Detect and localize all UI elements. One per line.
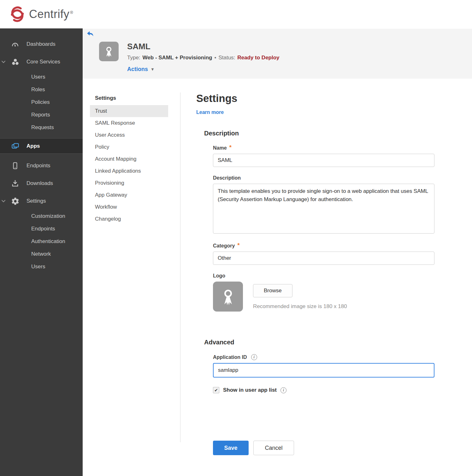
gear-icon [9,197,21,205]
description-section-heading: Description [204,130,435,137]
logo-size-hint: Recommended image size is 180 x 180 [253,303,347,310]
application-id-field[interactable] [213,363,434,378]
name-label: Name * [213,145,434,151]
name-field[interactable] [213,154,434,167]
sidebar-item-core-services[interactable]: Core Services [0,53,83,71]
top-bar: Centrify® [0,0,472,28]
apps-icon [9,142,21,150]
app-title: SAML [127,42,280,51]
logo-ribbon-icon [213,282,243,312]
sidebar-item-downloads[interactable]: Downloads [0,175,83,192]
save-button[interactable]: Save [213,441,249,455]
status-label: Status: [218,55,235,61]
cancel-button[interactable]: Cancel [253,441,294,455]
sidebar-item-settings-endpoints[interactable]: Endpoints [0,223,83,235]
gauge-icon [9,40,21,48]
subnav-item-provisioning[interactable]: Provisioning [90,177,168,189]
subnav-item-policy[interactable]: Policy [90,141,168,153]
subnav-item-trust[interactable]: Trust [90,105,168,117]
subnav-heading: Settings [90,92,168,105]
sidebar-item-apps[interactable]: Apps [0,138,83,154]
page-title: Settings [196,92,435,104]
meta-separator: • [214,55,216,61]
subnav-item-saml-response[interactable]: SAML Response [90,117,168,129]
core-services-icon [9,58,21,66]
subnav-item-user-access[interactable]: User Access [90,129,168,141]
subnav-item-app-gateway[interactable]: App Gateway [90,189,168,201]
centrify-admin-app: Centrify® Dashboards [0,0,472,476]
app-meta: Type: Web - SAML + Provisioning • Status… [127,55,280,61]
description-section: Description Name * Description This temp… [196,130,435,312]
sidebar-item-authentication[interactable]: Authentication [0,235,83,248]
show-in-user-app-list-checkbox[interactable] [213,387,219,393]
centrify-logo: Centrify® [9,6,73,22]
actions-label: Actions [127,66,148,73]
required-marker: * [237,243,239,247]
sidebar-item-dashboards[interactable]: Dashboards [0,35,83,53]
sidebar-item-settings[interactable]: Settings [0,192,83,210]
actions-dropdown[interactable]: Actions ▼ [127,66,280,73]
description-label: Description [213,175,434,181]
description-field[interactable]: This template enables you to provide sin… [213,184,434,234]
phone-icon [9,162,21,170]
sidebar-item-policies[interactable]: Policies [0,96,83,109]
type-label: Type: [127,55,140,61]
subnav-item-workflow[interactable]: Workflow [90,201,168,213]
info-icon[interactable]: i [280,387,286,393]
sidebar-item-customization[interactable]: Customization [0,210,83,223]
advanced-section-heading: Advanced [204,339,435,346]
sidebar-item-requests[interactable]: Requests [0,121,83,134]
sidebar-item-reports[interactable]: Reports [0,109,83,121]
advanced-section: Advanced Application ID i Show in user a… [196,339,435,455]
subnav-item-linked-applications[interactable]: Linked Applications [90,165,168,177]
sidebar: Dashboards Core Services Users Roles [0,28,83,476]
chevron-down-icon [0,200,7,202]
show-in-user-app-list-label: Show in user app list [223,387,277,393]
registered-mark: ® [70,10,73,15]
type-value: Web - SAML + Provisioning [143,55,212,61]
download-icon [9,179,21,187]
app-header: SAML Type: Web - SAML + Provisioning • S… [83,28,472,79]
vertical-divider [180,92,180,442]
settings-subnav: Settings Trust SAML Response User Access… [90,92,168,461]
brand-name: Centrify® [29,8,73,21]
chevron-down-icon [0,61,7,63]
sidebar-item-network[interactable]: Network [0,248,83,260]
sidebar-item-users[interactable]: Users [0,71,83,83]
sidebar-item-roles[interactable]: Roles [0,83,83,96]
category-field[interactable] [213,252,434,265]
caret-down-icon: ▼ [150,67,155,72]
sidebar-item-endpoints[interactable]: Endpoints [0,157,83,175]
browse-button[interactable]: Browse [253,284,292,297]
status-value: Ready to Deploy [237,55,279,61]
category-label: Category * [213,243,434,249]
app-ribbon-icon [99,42,119,61]
settings-form: Settings Learn more Description Name * D… [196,92,435,461]
info-icon[interactable]: i [251,354,257,360]
learn-more-link[interactable]: Learn more [196,110,224,115]
logo-label: Logo [213,273,434,279]
subnav-item-account-mapping[interactable]: Account Mapping [90,153,168,165]
application-id-label: Application ID i [213,354,434,360]
required-marker: * [229,145,232,150]
subnav-item-changelog[interactable]: Changelog [90,213,168,225]
back-arrow-icon[interactable] [87,31,94,37]
centrify-spiral-icon [9,6,25,22]
sidebar-item-settings-users[interactable]: Users [0,260,83,273]
